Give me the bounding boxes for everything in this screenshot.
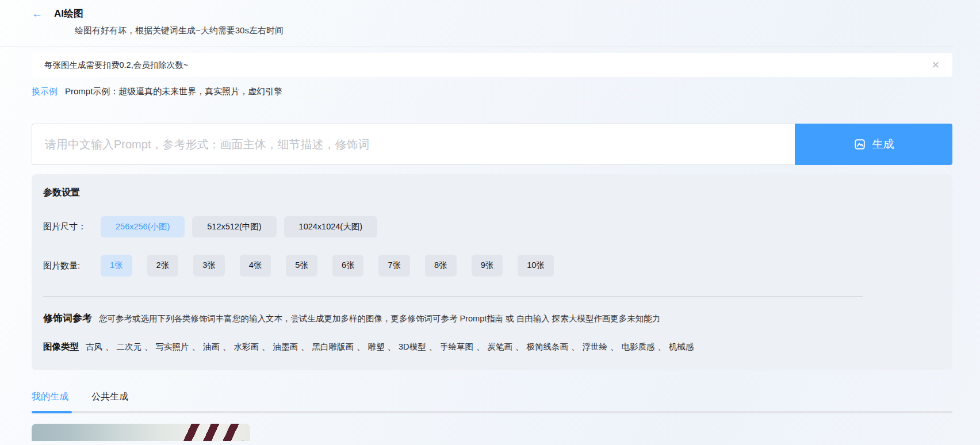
image-type-option-9[interactable]: 手绘草图 bbox=[440, 342, 473, 351]
main-content: 每张图生成需要扣费0.2,会员扣除次数~ ✕ 换示例 Prompt示例：超级逼真… bbox=[32, 53, 952, 441]
count-label: 图片数量: bbox=[43, 260, 101, 271]
image-count-option-1[interactable]: 2张 bbox=[147, 255, 179, 276]
prompt-row: 生成 bbox=[32, 124, 952, 165]
image-type-option-4[interactable]: 水彩画 bbox=[234, 342, 259, 351]
modifier-description: 您可参考或选用下列各类修饰词丰富您的输入文本，尝试生成更加多样的图像，更多修饰词… bbox=[99, 313, 660, 324]
type-separator: 、 bbox=[610, 342, 619, 351]
notice-bar: 每张图生成需要扣费0.2,会员扣除次数~ ✕ bbox=[32, 53, 952, 77]
image-size-option-2[interactable]: 1024x1024(大图) bbox=[284, 216, 377, 237]
image-type-option-6[interactable]: 黑白雕版画 bbox=[312, 342, 354, 351]
tab-public-generations[interactable]: 公共生成 bbox=[91, 391, 128, 411]
image-size-option-0[interactable]: 256x256(小图) bbox=[101, 216, 185, 237]
image-type-option-7[interactable]: 雕塑 bbox=[368, 342, 385, 351]
image-type-row: 图像类型 古风、二次元、写实照片、油画、水彩画、油墨画、黑白雕版画、雕塑、3D模… bbox=[43, 341, 941, 353]
count-options: 1张2张3张4张5张6张7张8张9张10张 bbox=[101, 255, 554, 276]
example-row: 换示例 Prompt示例：超级逼真的未来世界，真实照片，虚幻引擎 bbox=[32, 85, 952, 98]
prompt-input[interactable] bbox=[32, 124, 795, 165]
image-type-option-10[interactable]: 炭笔画 bbox=[488, 342, 513, 351]
type-separator: 、 bbox=[223, 342, 231, 351]
image-type-label: 图像类型 bbox=[43, 341, 79, 353]
type-separator: 、 bbox=[301, 342, 309, 351]
type-separator: 、 bbox=[658, 342, 667, 351]
image-type-option-1[interactable]: 二次元 bbox=[117, 342, 142, 351]
modifier-row: 修饰词参考 您可参考或选用下列各类修饰词丰富您的输入文本，尝试生成更加多样的图像… bbox=[43, 312, 941, 325]
image-type-option-13[interactable]: 电影质感 bbox=[622, 342, 655, 351]
image-type-option-8[interactable]: 3D模型 bbox=[399, 342, 426, 351]
image-count-option-6[interactable]: 7张 bbox=[378, 255, 410, 276]
image-type-option-12[interactable]: 浮世绘 bbox=[583, 342, 608, 351]
image-count-option-2[interactable]: 3张 bbox=[193, 255, 225, 276]
size-options: 256x256(小图)512x512(中图)1024x1024(大图) bbox=[101, 216, 377, 237]
image-type-option-5[interactable]: 油墨画 bbox=[273, 342, 298, 351]
type-separator: 、 bbox=[144, 342, 153, 351]
image-count-option-9[interactable]: 10张 bbox=[518, 255, 554, 276]
type-separator: 、 bbox=[429, 342, 438, 351]
generate-button-label: 生成 bbox=[872, 137, 894, 152]
image-type-option-2[interactable]: 写实照片 bbox=[156, 342, 189, 351]
type-separator: 、 bbox=[515, 342, 524, 351]
image-count-option-0[interactable]: 1张 bbox=[101, 255, 132, 276]
switch-example-link[interactable]: 换示例 bbox=[32, 86, 58, 97]
size-row: 图片尺寸： 256x256(小图)512x512(中图)1024x1024(大图… bbox=[43, 216, 941, 237]
image-count-option-7[interactable]: 8张 bbox=[425, 255, 457, 276]
type-separator: 、 bbox=[262, 342, 270, 351]
page-header: ← AI绘图 绘图有好有坏，根据关键词生成~大约需要30s左右时间 bbox=[0, 0, 955, 47]
image-type-option-3[interactable]: 油画 bbox=[203, 342, 220, 351]
tab-active-indicator bbox=[32, 411, 72, 413]
notice-text: 每张图生成需要扣费0.2,会员扣除次数~ bbox=[44, 60, 188, 71]
type-separator: 、 bbox=[105, 342, 114, 351]
generate-button[interactable]: 生成 bbox=[795, 124, 952, 165]
size-label: 图片尺寸： bbox=[43, 221, 101, 232]
count-row: 图片数量: 1张2张3张4张5张6张7张8张9张10张 bbox=[43, 255, 941, 276]
image-count-option-4[interactable]: 5张 bbox=[286, 255, 317, 276]
type-separator: 、 bbox=[571, 342, 580, 351]
tab-underline-track bbox=[32, 411, 952, 413]
image-type-option-11[interactable]: 极简线条画 bbox=[527, 342, 569, 351]
close-icon[interactable]: ✕ bbox=[932, 59, 940, 71]
image-type-option-14[interactable]: 机械感 bbox=[669, 342, 694, 351]
tabs: 我的生成公共生成 bbox=[32, 391, 952, 411]
image-type-option-0[interactable]: 古风 bbox=[86, 342, 102, 351]
picture-icon bbox=[853, 138, 866, 151]
image-count-option-3[interactable]: 4张 bbox=[240, 255, 271, 276]
page-title: AI绘图 bbox=[54, 7, 83, 20]
image-count-option-5[interactable]: 6张 bbox=[332, 255, 364, 276]
image-size-option-1[interactable]: 512x512(中图) bbox=[192, 216, 276, 237]
image-count-option-8[interactable]: 9张 bbox=[472, 255, 503, 276]
generated-image-thumbnail[interactable] bbox=[32, 424, 250, 441]
params-divider bbox=[43, 296, 863, 297]
params-title: 参数设置 bbox=[43, 187, 941, 199]
type-separator: 、 bbox=[192, 342, 201, 351]
type-separator: 、 bbox=[476, 342, 485, 351]
type-separator: 、 bbox=[357, 342, 365, 351]
params-panel: 参数设置 图片尺寸： 256x256(小图)512x512(中图)1024x10… bbox=[32, 174, 952, 370]
example-text: Prompt示例：超级逼真的未来世界，真实照片，虚幻引擎 bbox=[65, 86, 282, 97]
image-type-list: 古风、二次元、写实照片、油画、水彩画、油墨画、黑白雕版画、雕塑、3D模型、手绘草… bbox=[86, 342, 694, 352]
page-subtitle: 绘图有好有坏，根据关键词生成~大约需要30s左右时间 bbox=[75, 25, 955, 36]
type-separator: 、 bbox=[388, 342, 396, 351]
back-arrow-icon[interactable]: ← bbox=[32, 8, 43, 19]
thumbnail-stripes bbox=[180, 424, 243, 441]
tab-my-generations[interactable]: 我的生成 bbox=[32, 391, 68, 411]
modifier-title: 修饰词参考 bbox=[43, 312, 92, 325]
